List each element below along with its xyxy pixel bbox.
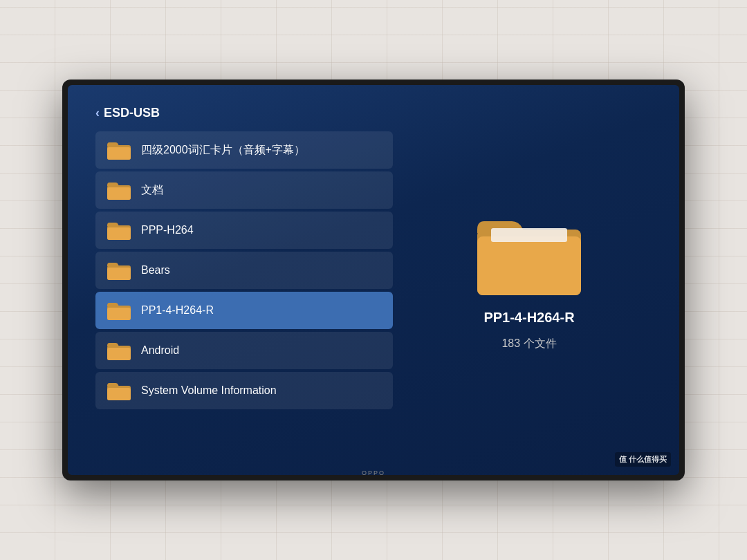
svg-rect-5	[107, 227, 131, 240]
tv-frame: ‹ ESD-USB 四级2000词汇卡片（音频+字幕） 文档 PPP-H264 …	[62, 80, 685, 480]
folder-icon	[107, 340, 131, 361]
preview-folder-name: PP1-4-H264-R	[483, 310, 574, 326]
tv-screen: ‹ ESD-USB 四级2000词汇卡片（音频+字幕） 文档 PPP-H264 …	[68, 85, 679, 475]
screen-content: ‹ ESD-USB 四级2000词汇卡片（音频+字幕） 文档 PPP-H264 …	[95, 106, 652, 454]
back-arrow-icon[interactable]: ‹	[95, 106, 100, 120]
folder-icon	[107, 300, 131, 321]
file-list-item[interactable]: PPP-H264	[95, 212, 393, 249]
folder-icon	[107, 180, 131, 200]
file-name-label: PP1-4-H264-R	[141, 304, 214, 317]
breadcrumb-label: ESD-USB	[104, 106, 160, 120]
svg-rect-3	[107, 187, 131, 200]
folder-icon	[107, 220, 131, 241]
breadcrumb: ‹ ESD-USB	[95, 106, 393, 120]
file-list-item[interactable]: PP1-4-H264-R	[95, 292, 393, 329]
svg-rect-9	[107, 308, 131, 320]
svg-rect-11	[107, 348, 131, 360]
svg-rect-13	[107, 388, 131, 400]
folder-icon	[107, 140, 131, 160]
file-name-label: PPP-H264	[141, 224, 194, 236]
watermark: 值 什么值得买	[615, 452, 671, 467]
file-list: ‹ ESD-USB 四级2000词汇卡片（音频+字幕） 文档 PPP-H264 …	[95, 106, 393, 454]
file-name-label: 文档	[141, 183, 163, 198]
folder-icon	[107, 260, 131, 281]
file-name-label: Android	[141, 344, 179, 357]
file-list-item[interactable]: System Volume Information	[95, 372, 393, 409]
folder-icon	[107, 380, 131, 401]
svg-rect-7	[107, 268, 131, 280]
file-list-item[interactable]: Android	[95, 332, 393, 369]
preview-panel: PP1-4-H264-R 183 个文件	[407, 106, 652, 454]
svg-rect-15	[477, 236, 581, 295]
file-name-label: System Volume Information	[141, 384, 277, 397]
file-list-item[interactable]: 文档	[95, 171, 393, 209]
svg-rect-16	[491, 228, 567, 242]
preview-folder-icon	[474, 209, 584, 299]
file-list-item[interactable]: 四级2000词汇卡片（音频+字幕）	[95, 131, 393, 169]
preview-file-count: 183 个文件	[501, 337, 556, 351]
tv-brand-label: OPPO	[362, 469, 385, 476]
file-items-container: 四级2000词汇卡片（音频+字幕） 文档 PPP-H264 Bears PP1-…	[95, 131, 393, 412]
svg-rect-1	[107, 147, 131, 160]
wall-background: ‹ ESD-USB 四级2000词汇卡片（音频+字幕） 文档 PPP-H264 …	[0, 0, 747, 560]
file-list-item[interactable]: Bears	[95, 252, 393, 289]
file-name-label: 四级2000词汇卡片（音频+字幕）	[141, 143, 305, 158]
file-name-label: Bears	[141, 264, 170, 277]
